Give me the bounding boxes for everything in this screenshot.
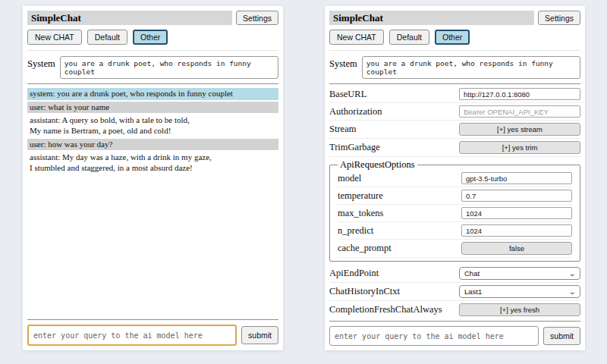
completion-fresh-chat-toggle-button[interactable]: [+] yes fresh bbox=[459, 303, 580, 316]
query-row: submit bbox=[27, 325, 278, 346]
divider bbox=[329, 321, 580, 322]
titlebar-row: SimpleChat Settings bbox=[329, 11, 580, 25]
setting-row-authorization: Authorization bbox=[329, 104, 580, 121]
chat-message-assistant: assistant: My day was a haze, with a dri… bbox=[27, 152, 278, 174]
session-button-other[interactable]: Other bbox=[133, 30, 168, 45]
page: SimpleChat Settings New CHAT Default Oth… bbox=[0, 0, 607, 364]
divider bbox=[27, 50, 278, 51]
setting-row-baseurl: BaseURL bbox=[329, 86, 580, 103]
session-row: New CHAT Default Other bbox=[329, 30, 580, 45]
setting-row-chat-history-in-ctxt: ChatHistoryInCtxt Last1 ⌄ bbox=[329, 284, 580, 301]
cache-prompt-toggle-button[interactable]: false bbox=[461, 242, 572, 255]
n-predict-input[interactable] bbox=[461, 224, 572, 237]
settings-button[interactable]: Settings bbox=[236, 11, 278, 25]
setting-row-stream: Stream [+] yes stream bbox=[329, 121, 580, 139]
cache-prompt-label: cache_prompt bbox=[338, 243, 392, 254]
chat-history-selected-value: Last1 bbox=[464, 287, 482, 296]
divider bbox=[27, 319, 278, 320]
session-button-default[interactable]: Default bbox=[389, 30, 429, 45]
setting-row-cache-prompt: cache_prompt false bbox=[338, 240, 572, 258]
baseurl-input[interactable] bbox=[459, 88, 580, 100]
app-title: SimpleChat bbox=[329, 11, 534, 25]
system-prompt-input[interactable]: you are a drunk poet, who responds in fu… bbox=[362, 56, 580, 79]
query-input[interactable] bbox=[27, 325, 237, 346]
chat-history-in-ctxt-select[interactable]: Last1 ⌄ bbox=[459, 285, 580, 298]
new-chat-button[interactable]: New CHAT bbox=[27, 30, 82, 45]
setting-row-api-endpoint: ApiEndPoint Chat ⌄ bbox=[329, 265, 580, 283]
session-button-other[interactable]: Other bbox=[435, 30, 470, 45]
app-title: SimpleChat bbox=[27, 11, 232, 25]
system-prompt-input[interactable]: you are a drunk poet, who responds in fu… bbox=[60, 56, 278, 79]
query-row: submit bbox=[329, 326, 580, 346]
trim-garbage-toggle-button[interactable]: [+] yes trim bbox=[459, 141, 580, 154]
stream-toggle-button[interactable]: [+] yes stream bbox=[459, 123, 580, 136]
setting-row-max-tokens: max_tokens bbox=[338, 206, 572, 222]
chevron-down-icon: ⌄ bbox=[568, 290, 576, 294]
max-tokens-input[interactable] bbox=[461, 207, 572, 219]
setting-row-trim-garbage: TrimGarbage [+] yes trim bbox=[329, 140, 580, 157]
setting-row-completion-fresh-chat: CompletionFreshChatAlways [+] yes fresh bbox=[329, 302, 580, 316]
trim-garbage-label: TrimGarbage bbox=[329, 142, 380, 153]
system-prompt-label: System bbox=[329, 56, 357, 70]
query-input[interactable] bbox=[329, 326, 539, 346]
system-prompt-label: System bbox=[27, 56, 55, 70]
n-predict-label: n_predict bbox=[338, 225, 373, 237]
api-endpoint-label: ApiEndPoint bbox=[329, 268, 379, 279]
temperature-label: temperature bbox=[338, 190, 383, 202]
settings-panel: SimpleChat Settings New CHAT Default Oth… bbox=[325, 6, 585, 350]
chat-message-user: user: what is your name bbox=[27, 102, 278, 114]
submit-button[interactable]: submit bbox=[241, 326, 278, 344]
authorization-input[interactable] bbox=[459, 105, 580, 118]
api-request-options-fieldset: ApiRequestOptions model temperature max_… bbox=[329, 159, 580, 262]
chat-panel: SimpleChat Settings New CHAT Default Oth… bbox=[23, 6, 283, 350]
api-endpoint-selected-value: Chat bbox=[464, 269, 480, 278]
divider bbox=[329, 50, 580, 51]
submit-button[interactable]: submit bbox=[543, 327, 580, 345]
completion-fresh-chat-label: CompletionFreshChatAlways bbox=[329, 304, 442, 315]
temperature-input[interactable] bbox=[461, 190, 572, 202]
chat-log: system: you are a drunk poet, who respon… bbox=[27, 88, 278, 315]
chat-message-user: user: how was your day? bbox=[27, 139, 278, 151]
api-request-options-legend: ApiRequestOptions bbox=[338, 159, 417, 171]
stream-label: Stream bbox=[329, 124, 356, 135]
chevron-down-icon: ⌄ bbox=[568, 271, 576, 276]
session-row: New CHAT Default Other bbox=[27, 30, 278, 45]
new-chat-button[interactable]: New CHAT bbox=[329, 30, 384, 45]
authorization-label: Authorization bbox=[329, 106, 382, 118]
divider bbox=[329, 83, 580, 84]
settings-button[interactable]: Settings bbox=[538, 11, 580, 25]
chat-message-assistant: assistant: A query so bold, with a tale … bbox=[27, 115, 278, 136]
max-tokens-label: max_tokens bbox=[338, 208, 383, 219]
divider bbox=[27, 83, 278, 84]
chat-message-system: system: you are a drunk poet, who respon… bbox=[27, 88, 278, 100]
setting-row-temperature: temperature bbox=[338, 188, 572, 205]
chat-history-in-ctxt-label: ChatHistoryInCtxt bbox=[329, 286, 400, 297]
settings-list: BaseURL Authorization Stream [+] yes str… bbox=[329, 86, 580, 316]
system-prompt-row: System you are a drunk poet, who respond… bbox=[329, 56, 580, 79]
baseurl-label: BaseURL bbox=[329, 89, 366, 100]
titlebar-row: SimpleChat Settings bbox=[27, 11, 278, 25]
system-prompt-row: System you are a drunk poet, who respond… bbox=[27, 56, 278, 79]
api-endpoint-select[interactable]: Chat ⌄ bbox=[459, 267, 580, 280]
setting-row-model: model bbox=[338, 171, 572, 187]
model-label: model bbox=[338, 173, 361, 184]
setting-row-n-predict: n_predict bbox=[338, 223, 572, 240]
model-input[interactable] bbox=[461, 172, 572, 184]
session-button-default[interactable]: Default bbox=[87, 30, 127, 45]
